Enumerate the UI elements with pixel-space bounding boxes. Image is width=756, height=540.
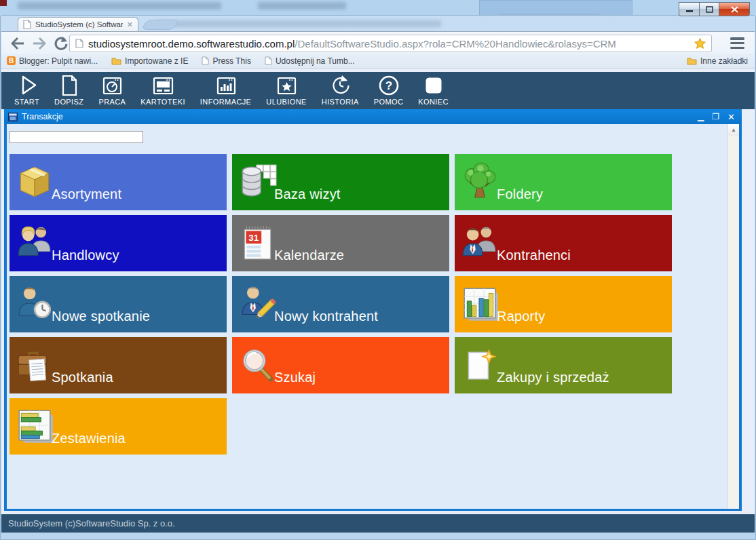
close-button[interactable]: [719, 2, 750, 16]
minimize-button[interactable]: [679, 2, 699, 16]
person-clock-icon: [15, 284, 54, 324]
tab-favicon-page-icon: [23, 20, 31, 29]
praca-icon: [100, 74, 124, 96]
people-icon: [15, 223, 54, 263]
tile-szukaj[interactable]: Szukaj: [232, 337, 449, 393]
tile-label: Asortyment: [52, 187, 121, 202]
backdrop-blurred-text: [258, 2, 346, 9]
bookmark-label: Udostępnij na Tumb...: [276, 56, 355, 66]
tile-spotkania[interactable]: Spotkania: [10, 337, 227, 393]
tile-handlowcy[interactable]: Handlowcy: [10, 215, 227, 271]
nav-item-koniec[interactable]: KONIEC: [411, 72, 456, 109]
tile-nowy-kontrahent[interactable]: Nowy kontrahent: [232, 276, 449, 332]
tab-close-icon[interactable]: ✕: [127, 21, 133, 28]
tile-nowe-spotkanie[interactable]: Nowe spotkanie: [10, 276, 227, 332]
svg-text:31: 31: [248, 233, 259, 243]
filter-input[interactable]: [10, 131, 143, 143]
tile-label: Kontrahenci: [497, 248, 571, 263]
url-path: /DefaultSoftwareStudio.aspx?rola=CRM%20H…: [295, 38, 616, 50]
person-pencil-icon: [238, 284, 277, 324]
status-text: StudioSystem (c)SoftwareStudio Sp. z o.o…: [8, 518, 175, 528]
scrollbar[interactable]: ▲: [727, 124, 739, 509]
nav-item-praca[interactable]: PRACA: [91, 72, 133, 109]
other-bookmarks-button[interactable]: Inne zakładki: [687, 56, 748, 66]
people2-icon: [460, 223, 499, 263]
backdrop-blurred-text: [18, 2, 221, 9]
bookmark-label: Blogger: Pulpit nawi...: [19, 56, 98, 66]
window-close-icon[interactable]: ✕: [727, 113, 735, 121]
box-icon: [15, 162, 54, 201]
tree-icon: [460, 162, 499, 201]
transakcje-body: AsortymentBaza wizytFolderyHandlowcy31Ka…: [4, 124, 742, 511]
nav-label: PRACA: [98, 98, 126, 106]
nav-item-kartoteki[interactable]: KARTOTEKI: [133, 72, 193, 109]
tile-label: Nowe spotkanie: [52, 309, 150, 324]
bookmark-blogger-pulpit-nawi[interactable]: BBlogger: Pulpit nawi...: [7, 56, 98, 66]
window-restore-icon[interactable]: ❐: [712, 113, 719, 121]
tile-foldery[interactable]: Foldery: [455, 154, 672, 210]
nav-item-historia[interactable]: HISTORIA: [314, 72, 366, 109]
start-icon: [16, 74, 39, 96]
tab-title: StudioSystem (c) Software: [35, 20, 123, 28]
bookmark-udostepnij-na-tumb[interactable]: Udostępnij na Tumb...: [265, 56, 355, 66]
tile-kontrahenci[interactable]: Kontrahenci: [455, 215, 672, 271]
tile-label: Raporty: [497, 309, 545, 324]
transakcje-titlebar[interactable]: Transakcje ▁ ❐ ✕: [4, 109, 742, 124]
koniec-icon: [422, 74, 445, 96]
bookmark-press-this[interactable]: Press This: [202, 56, 250, 66]
url-host: studiosystemroot.demo.softwarestudio.com…: [88, 38, 295, 50]
nav-item-ulubione[interactable]: ULUBIONE: [259, 72, 314, 109]
tile-label: Baza wizyt: [274, 187, 341, 202]
forward-icon: [31, 35, 48, 52]
maximize-icon: [706, 6, 713, 13]
forward-button[interactable]: [30, 34, 49, 52]
bookmark-importowane-z-ie[interactable]: Importowane z IE: [111, 56, 188, 66]
tile-asortyment[interactable]: Asortyment: [10, 154, 227, 210]
back-button[interactable]: [8, 34, 27, 52]
nav-item-pomoc[interactable]: ?POMOC: [366, 72, 411, 109]
url-page-icon: [75, 39, 83, 48]
reload-button[interactable]: [51, 34, 70, 52]
nav-label: INFORMACJE: [200, 98, 252, 106]
browser-menu-button[interactable]: [730, 37, 744, 49]
url-text[interactable]: studiosystemroot.demo.softwarestudio.com…: [88, 38, 689, 50]
bookmark-star-icon[interactable]: [694, 38, 706, 49]
nav-item-informacje[interactable]: INFORMACJE: [193, 72, 259, 109]
address-bar[interactable]: studiosystemroot.demo.softwarestudio.com…: [69, 35, 712, 52]
pomoc-icon: ?: [377, 74, 400, 96]
tile-baza-wizyt[interactable]: Baza wizyt: [232, 154, 449, 210]
tile-kalendarze[interactable]: 31Kalendarze: [232, 215, 449, 271]
page-icon: [202, 56, 209, 65]
nav-label: START: [14, 98, 39, 106]
scroll-up-arrow[interactable]: ▲: [728, 124, 739, 136]
browser-tab[interactable]: StudioSystem (c) Software ✕: [18, 17, 138, 31]
bookmark-label: Press This: [212, 56, 250, 66]
tile-zestawienia[interactable]: Zestawienia: [10, 398, 227, 455]
window-controls: [679, 2, 750, 16]
tile-label: Szukaj: [274, 370, 316, 385]
maximize-button[interactable]: [699, 2, 719, 16]
backdrop-red-fragment: [0, 0, 7, 6]
status-bar: StudioSystem (c)SoftwareStudio Sp. z o.o…: [1, 514, 755, 533]
window-minimize-icon[interactable]: ▁: [698, 113, 704, 121]
nav-label: HISTORIA: [322, 98, 359, 106]
tile-label: Spotkania: [52, 370, 113, 385]
chart-icon: [460, 284, 499, 324]
calendar-icon: 31: [238, 223, 277, 263]
tile-raporty[interactable]: Raporty: [455, 276, 672, 332]
nav-item-dopisz[interactable]: DOPISZ: [47, 72, 91, 109]
tile-zakupy-i-sprzedaz[interactable]: Zakupy i sprzedaż: [455, 337, 672, 393]
folder-icon: [111, 57, 121, 65]
backdrop-blurred-text: [156, 20, 441, 27]
svg-text:?: ?: [385, 79, 392, 92]
ulubione-icon: [275, 74, 298, 96]
page-icon: [265, 56, 272, 65]
blogger-icon: B: [7, 56, 16, 65]
tile-label: Handlowcy: [52, 248, 119, 263]
tile-label: Kalendarze: [274, 248, 344, 263]
nav-label: DOPISZ: [54, 98, 83, 106]
tile-label: Zestawienia: [52, 431, 126, 446]
nav-item-start[interactable]: START: [7, 72, 47, 109]
minimize-icon: [685, 6, 694, 12]
tile-label: Zakupy i sprzedaż: [497, 370, 609, 385]
